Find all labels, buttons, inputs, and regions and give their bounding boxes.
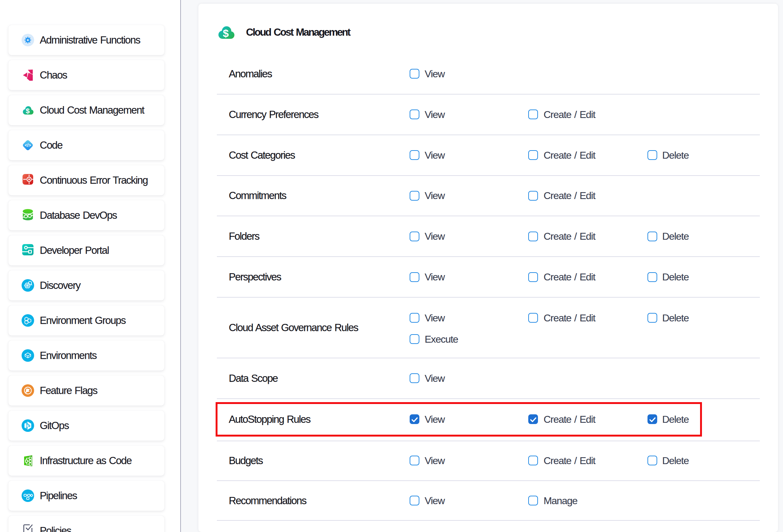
svg-text:$: $ [223, 27, 229, 39]
svg-text:</>: </> [25, 143, 31, 148]
svg-text:$: $ [26, 107, 30, 115]
